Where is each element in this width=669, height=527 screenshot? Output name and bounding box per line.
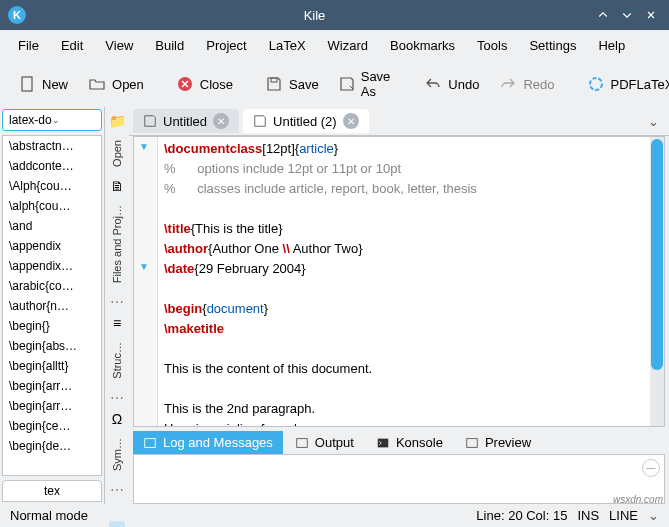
ribbon-symbols[interactable]: Sym… (109, 430, 125, 479)
tab-output[interactable]: Output (285, 431, 364, 454)
svg-rect-0 (22, 77, 32, 91)
left-panel: latex-document ⌄ \abstractn… \addconte… … (0, 107, 105, 504)
fold-marker-icon[interactable]: ▼ (139, 141, 149, 152)
close-doc-button[interactable]: Close (168, 71, 241, 97)
bottom-pane: Log and Messages Output Konsole Preview … (133, 431, 665, 504)
list-item[interactable]: \begin{alltt} (3, 356, 101, 376)
menu-build[interactable]: Build (145, 34, 194, 57)
tab-log[interactable]: Log and Messages (133, 431, 283, 454)
pdflatex-icon (587, 75, 605, 93)
minimize-button[interactable] (593, 5, 613, 25)
command-list[interactable]: \abstractn… \addconte… \Alph{cou… \alph{… (2, 135, 102, 476)
menu-project[interactable]: Project (196, 34, 256, 57)
tab-label: Untitled (2) (273, 114, 337, 129)
list-item[interactable]: \addconte… (3, 156, 101, 176)
list-item[interactable]: \appendix… (3, 256, 101, 276)
new-label: New (42, 77, 68, 92)
list-item[interactable]: \Alph{cou… (3, 176, 101, 196)
status-chevron-icon[interactable]: ⌄ (648, 508, 659, 523)
ribbon-latex[interactable]: La… (109, 521, 125, 527)
undo-label: Undo (448, 77, 479, 92)
list-item[interactable]: \begin{abs… (3, 336, 101, 356)
ribbon-files[interactable]: Files and Proj… (109, 197, 125, 291)
menu-latex[interactable]: LaTeX (259, 34, 316, 57)
menubar: File Edit View Build Project LaTeX Wizar… (0, 30, 669, 61)
menu-tools[interactable]: Tools (467, 34, 517, 57)
menu-help[interactable]: Help (588, 34, 635, 57)
code-content[interactable]: \documentclass[12pt]{article} % options … (158, 137, 650, 426)
tab-close-icon[interactable]: ✕ (343, 113, 359, 129)
open-button[interactable]: Open (80, 71, 152, 97)
log-icon (143, 436, 157, 450)
undo-button[interactable]: Undo (416, 71, 487, 97)
redo-icon (499, 75, 517, 93)
document-tabbar: Untitled ✕ Untitled (2) ✕ ⌄ (129, 107, 669, 136)
list-item[interactable]: \alph{cou… (3, 196, 101, 216)
saveas-button[interactable]: Save As (331, 65, 401, 103)
editor-area: Untitled ✕ Untitled (2) ✕ ⌄ ▼ ▼ \documen… (129, 107, 669, 504)
maximize-button[interactable] (617, 5, 637, 25)
ribbon-structure[interactable]: Struc… (109, 334, 125, 387)
tab-label: Untitled (163, 114, 207, 129)
close-button[interactable] (641, 5, 661, 25)
tab-konsole[interactable]: Konsole (366, 431, 453, 454)
tab-preview[interactable]: Preview (455, 431, 541, 454)
code-editor[interactable]: ▼ ▼ \documentclass[12pt]{article} % opti… (133, 136, 665, 427)
status-insert[interactable]: INS (577, 508, 599, 523)
list-item[interactable]: \begin{} (3, 316, 101, 336)
collapse-button[interactable]: — (642, 459, 660, 477)
tab-label: Konsole (396, 435, 443, 450)
svg-rect-4 (145, 438, 156, 447)
menu-settings[interactable]: Settings (519, 34, 586, 57)
save-icon (253, 114, 267, 128)
list-item[interactable]: \begin{arr… (3, 376, 101, 396)
list-item[interactable]: \author{n… (3, 296, 101, 316)
list-item[interactable]: \and (3, 216, 101, 236)
tab-close-icon[interactable]: ✕ (213, 113, 229, 129)
separator-dots: ⋯ (110, 292, 124, 312)
vertical-scrollbar[interactable] (650, 137, 664, 426)
save-icon (143, 114, 157, 128)
toolbar: New Open Close Save Save As Undo Redo PD… (0, 61, 669, 107)
folder-icon[interactable]: 📁 (108, 113, 126, 129)
compiler-selector[interactable]: PDFLaTeX⌄ (579, 71, 669, 97)
menu-file[interactable]: File (8, 34, 49, 57)
structure-icon[interactable]: ≡ (108, 315, 126, 331)
list-item[interactable]: \arabic{co… (3, 276, 101, 296)
symbols-icon[interactable]: Ω (108, 411, 126, 427)
gutter: ▼ ▼ (134, 137, 158, 426)
files-icon[interactable]: 🗎 (108, 178, 126, 194)
list-item[interactable]: \begin{arr… (3, 396, 101, 416)
combo-value: latex-document (9, 113, 52, 127)
tab-label: Log and Messages (163, 435, 273, 450)
tab-label: Output (315, 435, 354, 450)
svg-point-3 (590, 78, 602, 90)
statusbar: Normal mode Line: 20 Col: 15 INS LINE ⌄ (0, 504, 669, 527)
tab-untitled-2[interactable]: Untitled (2) ✕ (243, 109, 369, 133)
saveas-icon (339, 75, 355, 93)
list-item[interactable]: \begin{de… (3, 436, 101, 456)
compiler-label: PDFLaTeX (611, 77, 669, 92)
menu-wizard[interactable]: Wizard (318, 34, 378, 57)
save-button[interactable]: Save (257, 71, 327, 97)
tabbar-chevron-icon[interactable]: ⌄ (642, 112, 665, 131)
side-ribbons: 📁 Open 🗎 Files and Proj… ⋯ ≡ Struc… ⋯ Ω … (105, 107, 129, 504)
list-item[interactable]: \abstractn… (3, 136, 101, 156)
left-bottom-tab[interactable]: tex (2, 480, 102, 502)
scrollbar-thumb[interactable] (651, 139, 663, 370)
menu-edit[interactable]: Edit (51, 34, 93, 57)
menu-view[interactable]: View (95, 34, 143, 57)
close-icon (176, 75, 194, 93)
output-icon (295, 436, 309, 450)
category-combo[interactable]: latex-document ⌄ (2, 109, 102, 131)
list-item[interactable]: \begin{ce… (3, 416, 101, 436)
window-title: Kile (36, 8, 593, 23)
menu-bookmarks[interactable]: Bookmarks (380, 34, 465, 57)
ribbon-open[interactable]: Open (109, 132, 125, 175)
new-button[interactable]: New (10, 71, 76, 97)
list-item[interactable]: \appendix (3, 236, 101, 256)
fold-marker-icon[interactable]: ▼ (139, 261, 149, 272)
tab-untitled-1[interactable]: Untitled ✕ (133, 109, 239, 133)
status-line-end[interactable]: LINE (609, 508, 638, 523)
close-label: Close (200, 77, 233, 92)
